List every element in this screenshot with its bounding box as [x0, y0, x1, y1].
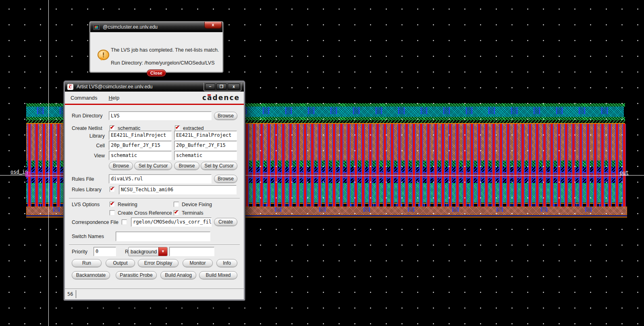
status-separator — [76, 290, 76, 298]
cadence-logo-macron — [208, 94, 211, 96]
cadence-app-icon: c — [67, 84, 73, 90]
view-label: View — [72, 153, 105, 159]
extracted-checkbox[interactable] — [175, 125, 180, 131]
menubar: Commands Help cadence — [65, 92, 244, 104]
status-bar: 56 — [65, 288, 244, 299]
cross-reference-label: Create Cross Reference — [118, 210, 172, 216]
priority-label: Priority — [72, 249, 87, 255]
run-directory-input[interactable]: LVS — [109, 111, 212, 120]
dropdown-arrow-icon[interactable]: ▼ — [158, 247, 167, 256]
run-button[interactable]: Run — [72, 259, 102, 267]
switch-names-input[interactable] — [116, 232, 210, 241]
divider — [69, 198, 240, 199]
cell-schematic-input[interactable]: 20p_Buffer_JY_F15 — [109, 141, 172, 150]
rules-file-label: Rules File — [72, 176, 94, 182]
lvs-form: Run Directory LVS Browse Create Netlist … — [65, 105, 244, 299]
create-netlist-label: Create Netlist — [72, 125, 102, 131]
cell-label: Cell — [72, 143, 105, 148]
minimize-icon[interactable]: – — [205, 84, 215, 90]
rewiring-label: Rewiring — [118, 202, 137, 207]
cell-extracted-input[interactable]: 20p_Buffer_JY_F15 — [174, 141, 237, 150]
library-label: Library — [72, 133, 105, 139]
parasitic-probe-button[interactable]: Parasitic Probe — [116, 271, 157, 279]
lvs-options-label: LVS Options — [72, 202, 100, 207]
dialog-app-icon — [93, 25, 100, 30]
rules-library-checkbox[interactable] — [110, 187, 115, 192]
dialog-message-2: Run Directory: /home/yurgelon/CMOSedu/LV… — [111, 60, 215, 66]
build-analog-button[interactable]: Build Analog — [160, 271, 196, 279]
close-icon[interactable]: x — [228, 84, 240, 90]
schematic-wire-vertical — [48, 0, 49, 326]
rules-file-input[interactable]: divaLVS.rul — [109, 174, 212, 184]
correspondence-file-label: Correspondence File — [72, 219, 118, 225]
run-mode-value: background — [129, 249, 158, 255]
view-schematic-input[interactable]: schematic — [109, 151, 172, 160]
switch-names-label: Switch Names — [72, 234, 104, 239]
schematic-sel-by-cursor-button[interactable]: Sel by Cursor — [134, 162, 172, 170]
cadence-logo: cadence — [202, 94, 240, 102]
menu-help[interactable]: Help — [108, 95, 119, 101]
window-controls: – ❐ x — [204, 83, 241, 91]
run-mode-dropdown[interactable]: background ▼ — [128, 247, 168, 256]
extracted-browse-button[interactable]: Browse — [174, 162, 199, 170]
terminals-label: Terminals — [182, 210, 204, 216]
cross-reference-checkbox[interactable] — [110, 210, 115, 215]
build-mixed-button[interactable]: Build Mixed — [199, 271, 237, 279]
lvs-window-title: Artist LVS@csimcluster.ee.unlv.edu — [77, 84, 204, 90]
monitor-button[interactable]: Monitor — [183, 259, 213, 267]
close-button[interactable]: Close — [147, 69, 166, 77]
schematic-browse-button[interactable]: Browse — [109, 162, 133, 170]
library-schematic-input[interactable]: EE421L_FinalProject — [109, 131, 172, 140]
correspondence-file-checkbox[interactable] — [122, 219, 127, 225]
extracted-sel-by-cursor-button[interactable]: Sel by Cursor — [201, 162, 237, 170]
maximize-icon[interactable]: ❐ — [216, 84, 226, 90]
terminals-checkbox[interactable] — [174, 210, 179, 215]
device-fixing-checkbox[interactable] — [174, 202, 179, 207]
library-extracted-input[interactable]: EE421L_FinalProject — [174, 131, 237, 140]
dialog-title: @csimcluster.ee.unlv.edu — [103, 24, 158, 30]
run-directory-label: Run Directory — [72, 113, 102, 119]
schematic-checkbox-label: schematic — [118, 125, 140, 131]
dialog-message-1: The LVS job has completed. The net-lists… — [111, 47, 219, 53]
divider — [69, 245, 240, 245]
rules-library-label: Rules Library — [72, 187, 102, 192]
info-button[interactable]: Info — [216, 259, 237, 267]
backannotate-button[interactable]: Backannotate — [72, 271, 110, 279]
lvs-complete-dialog: @csimcluster.ee.unlv.edu x ! The LVS job… — [89, 21, 223, 73]
pin-box — [25, 172, 30, 177]
correspondence-file-input[interactable]: rgelon/CMOSedu/lvs_corr_file — [131, 217, 212, 227]
extracted-checkbox-label: extracted — [183, 125, 204, 131]
warning-icon: ! — [98, 50, 109, 60]
run-args-input[interactable] — [169, 247, 214, 256]
lvs-titlebar[interactable]: c Artist LVS@csimcluster.ee.unlv.edu – ❐… — [65, 82, 244, 92]
rules-file-browse-button[interactable]: Browse — [214, 175, 237, 183]
rules-library-input[interactable]: NCSU_TechLib_ami06 — [119, 185, 237, 194]
pin-label-out: out — [620, 170, 629, 176]
artist-lvs-window: c Artist LVS@csimcluster.ee.unlv.edu – ❐… — [64, 81, 245, 301]
dialog-close-x-icon[interactable]: x — [204, 22, 222, 29]
dialog-body: ! The LVS job has completed. The net-lis… — [90, 32, 222, 73]
correspondence-create-button[interactable]: Create — [214, 218, 237, 226]
dialog-titlebar[interactable]: @csimcluster.ee.unlv.edu x — [90, 22, 222, 32]
status-count: 56 — [67, 291, 73, 297]
device-fixing-label: Device Fixing — [182, 202, 212, 207]
view-extracted-input[interactable]: schematic — [174, 151, 237, 160]
priority-input[interactable]: 0 — [93, 247, 116, 256]
schematic-checkbox[interactable] — [110, 125, 115, 131]
output-button[interactable]: Output — [106, 259, 135, 267]
error-display-button[interactable]: Error Display — [138, 259, 179, 267]
menu-commands[interactable]: Commands — [71, 95, 97, 101]
run-directory-browse-button[interactable]: Browse — [214, 112, 237, 120]
rewiring-checkbox[interactable] — [110, 202, 115, 207]
